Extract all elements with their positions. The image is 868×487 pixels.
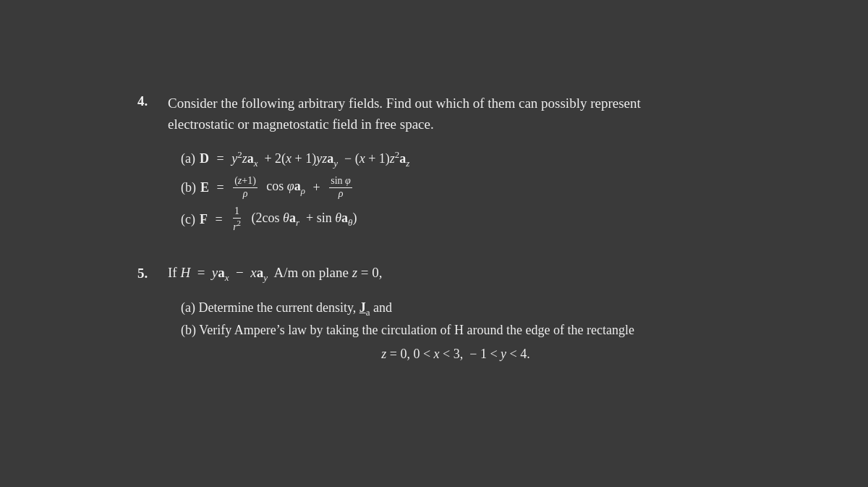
problem-5-text: If H = yax − xay A/m on plane z = 0, bbox=[168, 263, 383, 284]
fraction-sin: sin φ ρ bbox=[329, 175, 352, 200]
part-b-cos: cos φaρ bbox=[263, 179, 305, 197]
problem-4-header: 4. Consider the following arbitrary fiel… bbox=[137, 93, 731, 135]
problem-4-text-line1: Consider the following arbitrary fields.… bbox=[168, 96, 641, 111]
problem-5-part-a: (a) Determine the current density, Ja an… bbox=[181, 297, 731, 320]
equation-c: (c) F = 1 r2 (2cos θar + sin θaθ) bbox=[181, 206, 731, 233]
part-c-eq: = bbox=[212, 212, 226, 227]
part-b-plus: + bbox=[310, 180, 323, 195]
equations-section: (a) D = y2zax + 2(x + 1)yzay − (x + 1)z2… bbox=[181, 149, 731, 233]
problem-5-part-b: (b) Verify Ampere’s law by taking the ci… bbox=[181, 320, 731, 365]
fraction-z1: (z+1) ρ bbox=[233, 175, 258, 200]
part-c-bold: F bbox=[200, 212, 208, 227]
part-a-eq: = bbox=[213, 151, 227, 166]
sin-numerator: sin φ bbox=[329, 175, 352, 188]
r2-denominator: r2 bbox=[231, 219, 242, 233]
problem-5: 5. If H = yax − xay A/m on plane z = 0, … bbox=[137, 263, 731, 365]
fraction-numerator: (z+1) bbox=[233, 175, 258, 188]
problem-4-text-line2: electrostatic or magnetostatic field in … bbox=[168, 117, 434, 132]
Ja-subscript: a bbox=[366, 306, 370, 317]
fraction-denominator: ρ bbox=[242, 188, 250, 200]
part-a-bold: D bbox=[200, 151, 209, 166]
problem-5-constraint: z = 0, 0 < x < 3, − 1 < y < 4. bbox=[181, 344, 731, 365]
problem-5-header: 5. If H = yax − xay A/m on plane z = 0, bbox=[137, 263, 731, 284]
problem-5-parts: (a) Determine the current density, Ja an… bbox=[181, 297, 731, 365]
problem-4-number: 4. bbox=[137, 93, 159, 109]
sin-denominator: ρ bbox=[337, 188, 345, 200]
part-c-expr: (2cos θar + sin θaθ) bbox=[248, 211, 357, 229]
equation-a: (a) D = y2zax + 2(x + 1)yzay − (x + 1)z2… bbox=[181, 149, 731, 169]
r2-numerator: 1 bbox=[233, 206, 241, 219]
part-b-eq: = bbox=[213, 180, 227, 195]
part-a-label: (a) bbox=[181, 151, 195, 166]
Ja-symbol: J bbox=[359, 300, 366, 315]
fraction-r2: 1 r2 bbox=[231, 206, 242, 233]
problem-4-text: Consider the following arbitrary fields.… bbox=[168, 93, 641, 135]
page-content: 4. Consider the following arbitrary fiel… bbox=[109, 79, 760, 408]
problem-4: 4. Consider the following arbitrary fiel… bbox=[137, 93, 731, 233]
part-b-label: (b) bbox=[181, 180, 196, 195]
part-b-bold: E bbox=[200, 180, 209, 195]
part-a-expr: y2zax + 2(x + 1)yzay − (x + 1)z2az bbox=[231, 149, 409, 169]
part-c-label: (c) bbox=[181, 212, 195, 227]
equation-b: (b) E = (z+1) ρ cos φaρ + sin φ ρ bbox=[181, 175, 731, 200]
problem-5-number: 5. bbox=[137, 266, 159, 281]
